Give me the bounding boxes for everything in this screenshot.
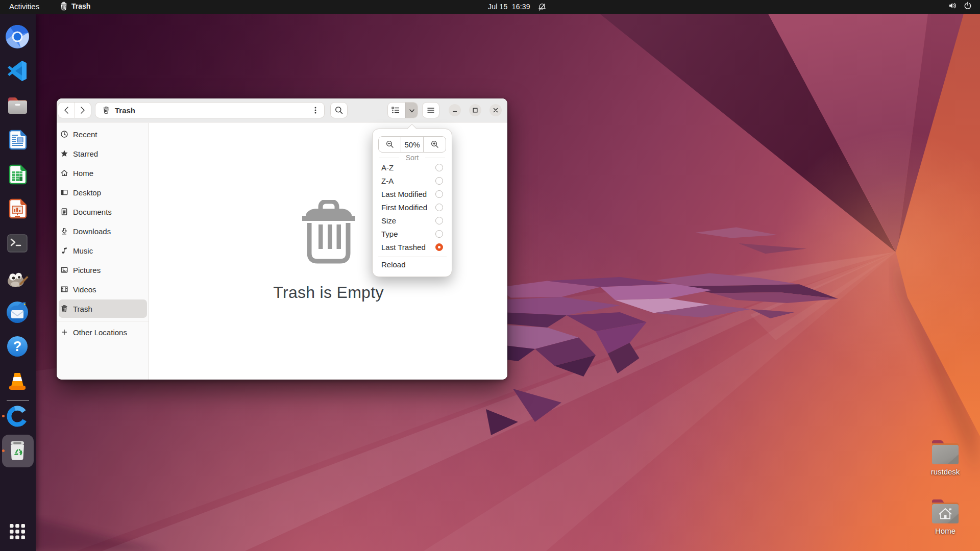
svg-text:?: ? <box>13 339 22 354</box>
